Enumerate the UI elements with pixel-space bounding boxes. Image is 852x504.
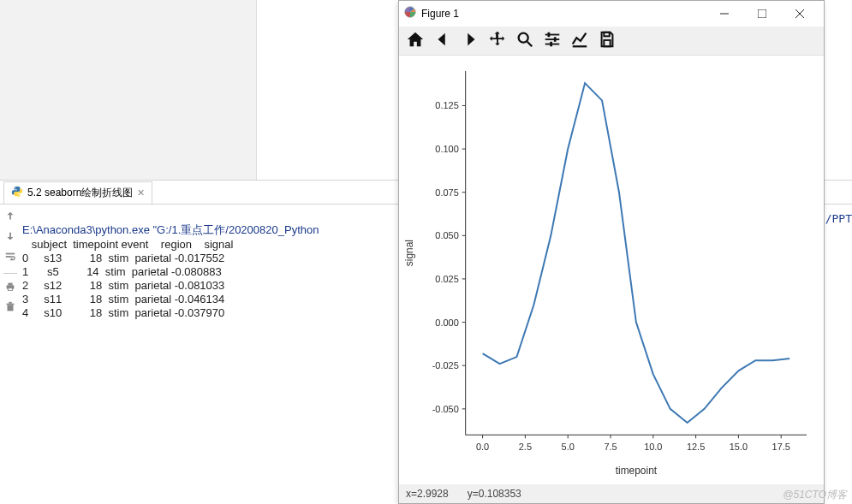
- svg-rect-2: [6, 253, 15, 255]
- print-icon[interactable]: [4, 281, 16, 296]
- status-y: y=0.108353: [468, 488, 521, 500]
- wrap-icon[interactable]: [4, 251, 16, 266]
- trash-icon[interactable]: [4, 301, 16, 317]
- status-x: x=2.9928: [406, 488, 449, 500]
- svg-text:12.5: 12.5: [687, 442, 705, 452]
- figure-statusbar: x=2.9928 y=0.108353: [399, 484, 824, 503]
- svg-rect-8: [7, 304, 15, 305]
- svg-text:0.100: 0.100: [435, 144, 458, 154]
- plot-canvas[interactable]: -0.050-0.0250.0000.0250.0500.0750.1000.1…: [399, 56, 824, 484]
- svg-text:10.0: 10.0: [644, 442, 662, 452]
- svg-point-15: [519, 33, 528, 42]
- svg-line-16: [527, 41, 533, 46]
- table-row: 3 s11 18 stim parietal -0.046134: [22, 293, 224, 305]
- svg-rect-17: [545, 33, 560, 35]
- arrow-down-icon[interactable]: [4, 230, 16, 246]
- python-icon: [11, 186, 23, 200]
- maximize-button[interactable]: [743, 1, 781, 27]
- console-output: E:\Anaconda3\python.exe "G:/1.重点工作/20200…: [21, 205, 320, 338]
- svg-rect-18: [545, 39, 560, 40]
- back-icon[interactable]: [433, 30, 452, 52]
- svg-text:0.0: 0.0: [476, 442, 489, 452]
- svg-rect-21: [554, 37, 557, 42]
- svg-point-1: [19, 194, 20, 195]
- close-button[interactable]: [781, 1, 819, 27]
- forward-icon[interactable]: [461, 30, 480, 52]
- figure-title: Figure 1: [421, 8, 706, 20]
- figure-titlebar[interactable]: Figure 1: [399, 1, 824, 27]
- svg-text:17.5: 17.5: [772, 442, 790, 452]
- svg-text:-0.050: -0.050: [432, 404, 459, 414]
- table-row: 4 s10 18 stim parietal -0.037970: [22, 306, 224, 319]
- svg-point-0: [15, 187, 15, 188]
- svg-rect-9: [9, 302, 12, 304]
- svg-rect-5: [8, 283, 12, 286]
- close-icon[interactable]: ✕: [137, 187, 145, 199]
- svg-text:15.0: 15.0: [730, 442, 748, 452]
- table-row: 2 s12 18 stim parietal -0.081033: [22, 279, 224, 292]
- figure-window: Figure 1 -0.050-0.0250.0000.0250.0500.07…: [398, 0, 825, 504]
- table-header-row: subject timepoint event region signal: [22, 238, 233, 251]
- configure-icon[interactable]: [543, 30, 562, 52]
- svg-text:7.5: 7.5: [604, 442, 617, 452]
- svg-text:0.025: 0.025: [435, 274, 458, 284]
- command-tail: /PPT: [825, 212, 852, 225]
- svg-text:signal: signal: [403, 240, 415, 266]
- svg-rect-24: [604, 32, 609, 36]
- minimize-button[interactable]: [706, 1, 743, 27]
- figure-toolbar: [399, 27, 824, 56]
- table-row: 0 s13 18 stim parietal -0.017552: [22, 252, 224, 264]
- svg-rect-12: [758, 9, 766, 18]
- svg-text:0.075: 0.075: [435, 187, 458, 198]
- zoom-icon[interactable]: [515, 30, 534, 52]
- svg-text:2.5: 2.5: [519, 442, 532, 452]
- svg-text:-0.025: -0.025: [432, 360, 459, 371]
- svg-text:timepoint: timepoint: [616, 465, 658, 477]
- console-gutter: [0, 205, 21, 338]
- svg-text:0.050: 0.050: [435, 230, 458, 240]
- pan-icon[interactable]: [488, 30, 507, 52]
- command-text: E:\Anaconda3\python.exe "G:/1.重点工作/20200…: [22, 223, 319, 236]
- svg-rect-6: [8, 288, 12, 291]
- svg-rect-7: [8, 305, 14, 311]
- background-panel: [0, 0, 257, 180]
- svg-rect-22: [550, 41, 552, 46]
- svg-text:5.0: 5.0: [562, 442, 575, 452]
- svg-text:0.125: 0.125: [435, 100, 458, 110]
- svg-rect-3: [6, 256, 12, 258]
- svg-rect-25: [604, 39, 610, 45]
- home-icon[interactable]: [406, 30, 425, 52]
- console-tab[interactable]: 5.2 seaborn绘制折线图 ✕: [3, 181, 152, 204]
- save-icon[interactable]: [598, 30, 617, 52]
- svg-text:0.000: 0.000: [435, 317, 458, 328]
- edit-axes-icon[interactable]: [570, 30, 589, 52]
- arrow-up-icon[interactable]: [4, 210, 16, 225]
- table-row: 1 s5 14 stim parietal -0.080883: [22, 265, 222, 278]
- console-tab-label: 5.2 seaborn绘制折线图: [27, 186, 133, 200]
- svg-rect-20: [548, 32, 551, 37]
- matplotlib-icon: [404, 6, 416, 21]
